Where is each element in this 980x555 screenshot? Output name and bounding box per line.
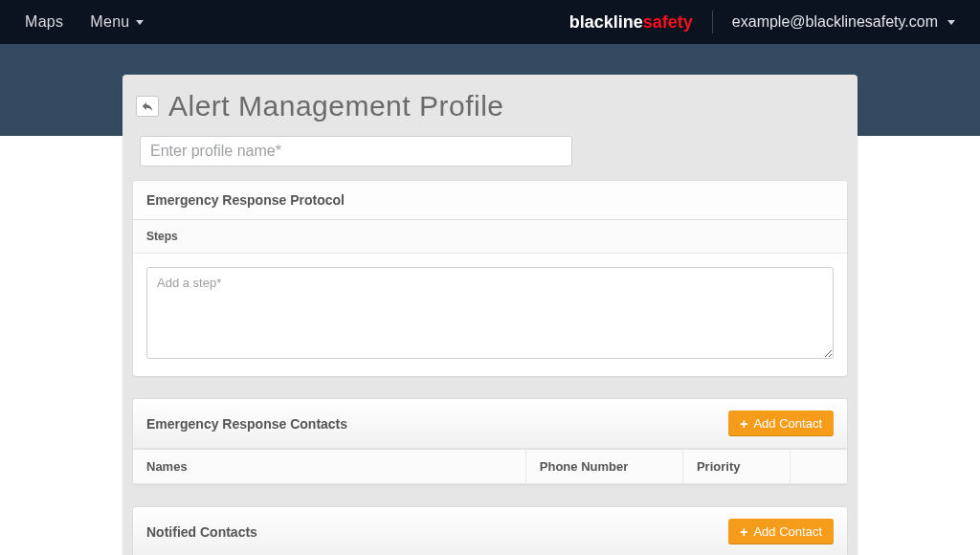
add-contact-label: Add Contact	[753, 416, 822, 431]
col-priority: Priority	[682, 450, 790, 484]
page-title: Alert Management Profile	[168, 90, 504, 122]
nav-maps-label: Maps	[25, 13, 63, 31]
col-actions	[790, 450, 847, 484]
col-names: Names	[133, 450, 525, 484]
nav-maps[interactable]: Maps	[25, 13, 63, 31]
plus-icon: +	[740, 525, 747, 539]
contacts-table: Names Phone Number Priority	[133, 449, 847, 484]
protocol-title: Emergency Response Protocol	[146, 192, 345, 208]
divider	[712, 11, 713, 33]
plus-icon: +	[740, 417, 747, 431]
profile-name-input[interactable]	[140, 136, 572, 166]
nav-menu-label: Menu	[90, 13, 129, 31]
add-notified-contact-label: Add Contact	[753, 524, 822, 539]
brand-logo: blacklinesafety	[569, 12, 693, 33]
top-nav: Maps Menu blacklinesafety example@blackl…	[0, 0, 980, 44]
notified-panel-head: Notified Contacts + Add Contact	[133, 507, 847, 555]
add-notified-contact-button[interactable]: + Add Contact	[728, 519, 834, 544]
notified-panel: Notified Contacts + Add Contact	[132, 506, 848, 555]
contacts-title: Emergency Response Contacts	[146, 416, 347, 432]
caret-down-icon	[136, 20, 144, 25]
caret-down-icon	[947, 20, 955, 25]
contacts-panel: Emergency Response Contacts + Add Contac…	[132, 398, 848, 485]
notified-title: Notified Contacts	[146, 524, 257, 540]
back-button[interactable]	[136, 96, 159, 117]
reply-arrow-icon	[141, 100, 154, 113]
contacts-panel-head: Emergency Response Contacts + Add Contac…	[133, 399, 847, 449]
user-menu[interactable]: example@blacklinesafety.com	[732, 13, 955, 31]
user-email-label: example@blacklinesafety.com	[732, 13, 938, 31]
brand-part-2: safety	[643, 12, 693, 32]
protocol-panel: Emergency Response Protocol Steps	[132, 180, 848, 377]
add-step-textarea[interactable]	[146, 267, 834, 359]
protocol-panel-head: Emergency Response Protocol	[133, 181, 847, 220]
nav-menu[interactable]: Menu	[90, 13, 143, 31]
add-contact-button[interactable]: + Add Contact	[728, 411, 834, 436]
page-card: Alert Management Profile Emergency Respo…	[122, 75, 858, 555]
protocol-steps-header: Steps	[133, 220, 847, 254]
col-phone: Phone Number	[525, 450, 682, 484]
brand-part-1: blackline	[569, 12, 643, 32]
